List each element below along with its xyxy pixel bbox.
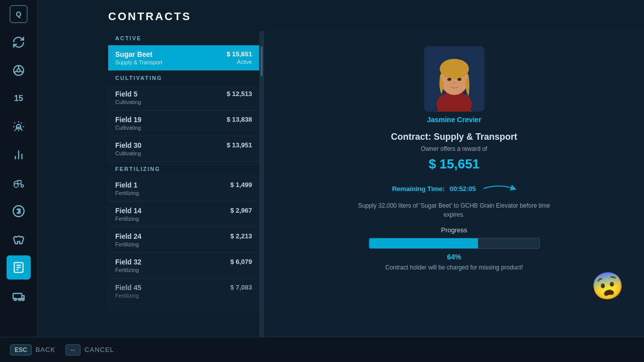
field14-sub: Fertilizing: [115, 216, 141, 222]
field30-sub: Cultivating: [115, 150, 141, 156]
field45-name: Field 45: [115, 284, 141, 292]
fertilizing-section-header: FERTILIZING: [108, 162, 259, 176]
field24-sub: Fertilizing: [115, 241, 141, 247]
svg-point-29: [459, 78, 460, 80]
sidebar-icon-tractor[interactable]: [7, 171, 31, 195]
cancel-key-label: CANCEL: [85, 346, 114, 353]
field30-amount: $ 13,951: [226, 141, 252, 149]
svg-point-19: [19, 298, 21, 300]
contract-name: Sugar Beet: [115, 50, 163, 58]
sidebar: Q 15: [0, 0, 38, 362]
contract-detail-title: Contract: Supply & Transport: [391, 132, 517, 142]
field19-name: Field 19: [115, 116, 141, 124]
sidebar-icon-stats[interactable]: [7, 143, 31, 167]
field24-name: Field 24: [115, 232, 141, 240]
contract-item-right: $ 15,651 Active: [226, 50, 252, 65]
sidebar-icon-weather[interactable]: [7, 115, 31, 139]
svg-point-18: [14, 298, 16, 300]
back-key-label: BACK: [36, 346, 55, 353]
field14-amount: $ 2,967: [230, 207, 252, 214]
charge-warning: Contract holder will be charged for miss…: [385, 264, 523, 271]
field14-name: Field 14: [115, 207, 141, 215]
svg-point-1: [17, 69, 21, 72]
field45-sub: Fertilizing: [115, 293, 141, 299]
sidebar-icon-animal[interactable]: [7, 227, 31, 251]
svg-line-4: [21, 71, 23, 73]
content-area: ACTIVE Sugar Beet Supply & Transport $ 1…: [108, 31, 644, 362]
progress-label: Progress: [441, 226, 467, 234]
field32-name: Field 32: [115, 258, 141, 266]
contract-item-field14[interactable]: Field 14 Fertilizing $ 2,967: [108, 202, 259, 227]
contract-reward: $ 15,651: [429, 156, 479, 172]
arrow-decoration: [481, 181, 516, 196]
field45-amount: $ 7,083: [230, 284, 252, 291]
svg-point-25: [440, 59, 469, 79]
q-key-button[interactable]: Q: [10, 5, 28, 23]
remaining-label: Remaining Time:: [392, 185, 445, 193]
field5-sub: Cultivating: [115, 99, 141, 105]
back-button[interactable]: ESC BACK: [10, 344, 55, 355]
contract-item-field1[interactable]: Field 1 Fertilizing $ 1,499: [108, 176, 259, 202]
svg-point-10: [21, 185, 24, 187]
field1-amount: $ 1,499: [230, 181, 252, 189]
field1-sub: Fertilizing: [115, 190, 139, 196]
contract-description: Supply 32,000 liters of 'Sugar Beet' to …: [349, 201, 560, 219]
field32-sub: Fertilizing: [115, 267, 141, 273]
svg-point-28: [449, 78, 450, 80]
sidebar-icon-money[interactable]: [7, 199, 31, 223]
cancel-key-badge: ↔: [65, 344, 80, 355]
page-title: CONTRACTS: [108, 10, 644, 23]
field1-name: Field 1: [115, 181, 139, 189]
sidebar-icon-steering[interactable]: [7, 58, 31, 82]
contracts-list: ACTIVE Sugar Beet Supply & Transport $ 1…: [108, 31, 259, 313]
field5-amount: $ 12,513: [226, 90, 252, 98]
contract-item-field19[interactable]: Field 19 Cultivating $ 13,838: [108, 111, 259, 136]
remaining-time: 00:52:05: [450, 185, 476, 193]
progress-bar-fill: [369, 238, 478, 248]
list-scrollbar[interactable]: [259, 31, 264, 362]
contract-item-sugar-beet[interactable]: Sugar Beet Supply & Transport $ 15,651 A…: [108, 45, 259, 71]
contract-offer-label: Owner offers a reward of: [421, 145, 488, 152]
sidebar-icon-transport[interactable]: [7, 284, 31, 308]
npc-name: Jasmine Crevier: [427, 116, 481, 124]
contract-item-field32[interactable]: Field 32 Fertilizing $ 6,079: [108, 253, 259, 279]
back-key-badge: ESC: [10, 344, 32, 355]
detail-panel: Jasmine Crevier Contract: Supply & Trans…: [264, 31, 644, 362]
main-content: CONTRACTS ACTIVE Sugar Beet Supply & Tra…: [38, 0, 644, 362]
contract-item-field30[interactable]: Field 30 Cultivating $ 13,951: [108, 136, 259, 162]
bottom-bar: ESC BACK ↔ CANCEL: [0, 337, 644, 362]
field19-sub: Cultivating: [115, 125, 141, 131]
progress-bar-container: [369, 238, 540, 249]
remaining-time-row: Remaining Time: 00:52:05: [392, 181, 516, 196]
field5-name: Field 5: [115, 90, 141, 98]
contract-status: Active: [237, 59, 252, 65]
active-section-header: ACTIVE: [108, 31, 259, 45]
svg-line-3: [14, 71, 17, 73]
sidebar-icon-contracts[interactable]: [7, 255, 31, 280]
contract-item-left: Sugar Beet Supply & Transport: [115, 50, 163, 65]
contract-item-field24[interactable]: Field 24 Fertilizing $ 2,213: [108, 227, 259, 253]
sidebar-icon-day[interactable]: 15: [7, 86, 31, 111]
cancel-button[interactable]: ↔ CANCEL: [65, 344, 114, 355]
field30-name: Field 30: [115, 141, 141, 149]
sidebar-icon-cycle[interactable]: [7, 30, 31, 54]
field32-amount: $ 6,079: [230, 258, 252, 265]
cultivating-section-header: CULTIVATING: [108, 71, 259, 85]
field19-amount: $ 13,838: [226, 116, 252, 123]
field24-amount: $ 2,213: [230, 232, 252, 240]
contract-item-field45[interactable]: Field 45 Fertilizing $ 7,083: [108, 279, 259, 304]
contract-item-field5[interactable]: Field 5 Cultivating $ 12,513: [108, 85, 259, 111]
progress-percent: 64%: [447, 253, 461, 261]
svg-point-20: [22, 298, 24, 300]
contract-sub: Supply & Transport: [115, 59, 163, 65]
npc-portrait: [424, 46, 485, 112]
contract-amount: $ 15,651: [226, 50, 252, 58]
emoji-sticker: 😨: [589, 268, 626, 304]
